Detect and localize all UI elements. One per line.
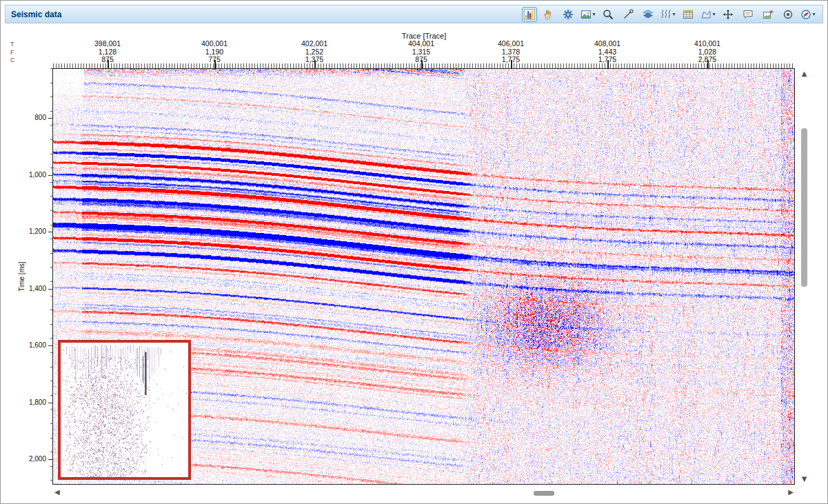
time-tick-label: 1,600 (13, 341, 46, 349)
trace-major-tick (707, 60, 709, 68)
trace-axis-title: Trace [Trace] (52, 32, 796, 40)
app-window: Seismic data ▾▾▾▾ Trace [Trace] 398,0011… (0, 0, 828, 504)
scroll-up-arrow-icon[interactable]: ▲ (798, 70, 810, 78)
wiggle-display-icon[interactable]: ▾ (659, 7, 677, 22)
trace-major-tick (214, 60, 216, 68)
overview-inset[interactable] (58, 340, 191, 480)
title-bar: Seismic data ▾▾▾▾ (5, 5, 823, 23)
pan-hand-icon[interactable] (539, 7, 557, 22)
trace-axis-tick-comb (53, 63, 795, 68)
vertical-scroll-thumb[interactable] (801, 128, 807, 287)
seismic-plot[interactable] (52, 68, 795, 485)
trace-major-tick (314, 60, 316, 68)
chevron-down-icon: ▾ (592, 11, 595, 17)
move-tool-icon[interactable] (719, 7, 737, 22)
comment-icon[interactable] (739, 7, 757, 22)
compass-icon[interactable]: ▾ (799, 7, 817, 22)
time-tick-label: 1,800 (13, 399, 46, 406)
horizontal-scroll-thumb[interactable] (534, 491, 554, 496)
layers-icon[interactable] (639, 7, 657, 22)
trace-major-tick (607, 60, 609, 68)
settings-gear-icon[interactable] (559, 7, 577, 22)
toolbar: ▾▾▾▾ (522, 7, 817, 22)
scroll-left-arrow-icon[interactable]: ◀ (54, 488, 60, 496)
time-tick-label: 1,000 (13, 171, 46, 179)
record-circle-icon[interactable] (779, 7, 797, 22)
time-tick-label: 800 (13, 114, 46, 121)
spreadsheet-icon[interactable] (679, 7, 697, 22)
time-tick-label: 1,200 (13, 228, 46, 235)
time-axis-label: Time [ms] (18, 261, 26, 292)
chevron-down-icon: ▾ (812, 11, 815, 17)
scroll-down-arrow-icon[interactable]: ▼ (798, 475, 810, 483)
trace-major-tick (108, 60, 109, 68)
horizontal-scrollbar[interactable]: ◀ ▶ (52, 487, 796, 499)
polygon-icon[interactable]: ▾ (699, 7, 717, 22)
trace-major-tick (511, 60, 512, 68)
seismic-histogram-icon[interactable] (522, 7, 537, 22)
export-image-icon[interactable] (759, 7, 777, 22)
zoom-icon[interactable] (599, 7, 617, 22)
chevron-down-icon: ▾ (712, 11, 715, 17)
window-title: Seismic data (11, 10, 61, 19)
header-row-label: F (10, 49, 14, 57)
image-select-icon[interactable]: ▾ (579, 7, 597, 22)
time-tick-label: 2,000 (13, 455, 46, 463)
trace-major-tick (421, 60, 423, 68)
scroll-right-arrow-icon[interactable]: ▶ (788, 488, 794, 496)
header-row-label: T (10, 41, 14, 49)
overview-canvas (61, 343, 188, 477)
vertical-scrollbar[interactable]: ▲ ▼ (798, 70, 810, 483)
header-row-label: C (10, 57, 15, 65)
chevron-down-icon: ▾ (672, 11, 675, 17)
probe-icon[interactable] (619, 7, 637, 22)
